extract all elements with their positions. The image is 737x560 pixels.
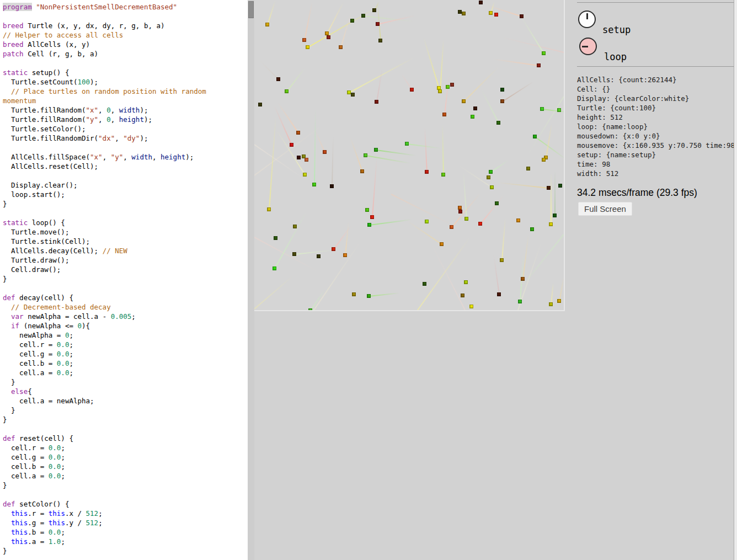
turtle bbox=[297, 156, 301, 159]
turtle bbox=[276, 77, 280, 81]
turtle bbox=[365, 208, 369, 212]
code-line: cell.a = 0.0; bbox=[3, 368, 248, 377]
debug-line: loop: {name:loop} bbox=[577, 122, 734, 131]
smell-trail bbox=[327, 1, 344, 34]
smell-trail bbox=[520, 15, 544, 54]
editor-scrollbar[interactable] bbox=[248, 0, 254, 560]
smell-trail bbox=[372, 157, 377, 217]
smell-trail bbox=[440, 38, 444, 91]
setup-button-label[interactable]: setup bbox=[602, 24, 631, 35]
code-line: breed AllCells (x, y) bbox=[3, 40, 248, 49]
smell-trail bbox=[377, 1, 381, 40]
code-line: cell.g = 0.0; bbox=[3, 452, 248, 462]
turtle bbox=[458, 206, 462, 210]
smell-trail bbox=[511, 234, 564, 300]
editor-scrollbar-thumb[interactable] bbox=[248, 1, 254, 18]
smell-trail bbox=[498, 182, 548, 189]
turtle bbox=[325, 31, 329, 35]
code-line: } bbox=[3, 481, 248, 490]
turtle bbox=[425, 170, 429, 174]
code-editor[interactable]: program "NonPersistentSmellDecrementBase… bbox=[0, 0, 248, 560]
smell-trail bbox=[294, 249, 335, 255]
code-line: Turtle.setCount(100); bbox=[3, 77, 248, 87]
turtle bbox=[267, 207, 271, 211]
turtle bbox=[360, 169, 364, 173]
code-line: cell.r = 0.0; bbox=[3, 443, 248, 452]
smell-trail bbox=[310, 289, 325, 311]
smell-trail bbox=[463, 67, 498, 102]
turtle bbox=[375, 100, 378, 104]
turtle bbox=[441, 173, 445, 177]
turtle bbox=[351, 93, 355, 97]
code-line: AllCells.decay(Cell); // NEW bbox=[3, 246, 248, 255]
turtle bbox=[306, 45, 309, 49]
smell-trail bbox=[451, 193, 481, 227]
smell-trail bbox=[340, 13, 351, 47]
code-line: loop.start(); bbox=[3, 190, 248, 199]
smell-trail bbox=[314, 108, 316, 185]
smell-trail bbox=[480, 88, 499, 123]
turtle bbox=[376, 22, 380, 26]
code-line bbox=[3, 284, 248, 293]
turtle bbox=[489, 11, 493, 15]
smell-trail bbox=[407, 221, 442, 245]
turtle bbox=[302, 38, 306, 42]
turtle bbox=[458, 10, 462, 14]
turtle bbox=[423, 282, 426, 286]
simulation-canvas[interactable] bbox=[254, 0, 565, 311]
code-line: this.g = this.y / 512; bbox=[3, 518, 248, 527]
turtle bbox=[450, 225, 453, 229]
code-line: // Decrement-based decay bbox=[3, 302, 248, 312]
panel-divider-top bbox=[577, 2, 734, 3]
turtle bbox=[547, 186, 551, 190]
turtle bbox=[438, 89, 442, 93]
debug-line: height: 512 bbox=[577, 113, 734, 122]
smell-trail bbox=[559, 276, 564, 301]
code-line: Cell.draw(); bbox=[3, 265, 248, 274]
turtle bbox=[347, 90, 351, 94]
turtle bbox=[446, 85, 450, 89]
smell-trail bbox=[269, 115, 276, 209]
debug-line: width: 512 bbox=[577, 169, 734, 178]
turtle bbox=[343, 253, 347, 257]
smell-trail bbox=[546, 123, 552, 157]
code-line: this.a = 1.0; bbox=[3, 537, 248, 546]
turtle bbox=[327, 35, 330, 39]
code-line bbox=[3, 171, 248, 180]
turtle bbox=[442, 113, 446, 116]
smell-trail bbox=[274, 211, 307, 269]
turtle bbox=[458, 210, 462, 214]
code-line bbox=[3, 209, 248, 218]
code-line: Turtle.fillRandomDir("dx", "dy"); bbox=[3, 134, 248, 143]
turtle bbox=[364, 153, 367, 157]
turtle bbox=[557, 299, 561, 303]
smell-trail bbox=[391, 194, 455, 227]
turtle bbox=[487, 175, 490, 179]
smell-trail bbox=[369, 219, 411, 226]
debug-line: mousemove: {x:160.935 y:70.750 time:98} bbox=[577, 141, 734, 150]
turtle bbox=[330, 184, 334, 188]
turtle bbox=[489, 170, 493, 174]
loop-knob-button[interactable] bbox=[579, 38, 597, 55]
smell-trail bbox=[332, 135, 334, 186]
turtle bbox=[557, 108, 561, 112]
code-line: } bbox=[3, 546, 248, 556]
code-line: newAlpha = 0; bbox=[3, 330, 248, 340]
full-screen-button[interactable]: Full Screen bbox=[578, 202, 632, 216]
setup-knob-button[interactable] bbox=[578, 10, 596, 28]
loop-button-label[interactable]: loop bbox=[604, 51, 627, 62]
smell-trail bbox=[480, 195, 504, 224]
turtle bbox=[378, 39, 382, 42]
code-line: def decay(cell) { bbox=[3, 293, 248, 302]
turtle bbox=[367, 294, 371, 298]
code-line: } bbox=[3, 377, 248, 387]
debug-line: mousedown: {x:0 y:0} bbox=[577, 131, 734, 141]
turtle bbox=[332, 247, 335, 251]
smell-trail bbox=[259, 60, 279, 79]
code-line: cell.g = 0.0; bbox=[3, 349, 248, 359]
turtle bbox=[549, 222, 553, 226]
turtle bbox=[516, 218, 520, 222]
turtle bbox=[450, 83, 454, 87]
turtle bbox=[521, 277, 525, 281]
page-scrollbar[interactable] bbox=[734, 0, 737, 560]
